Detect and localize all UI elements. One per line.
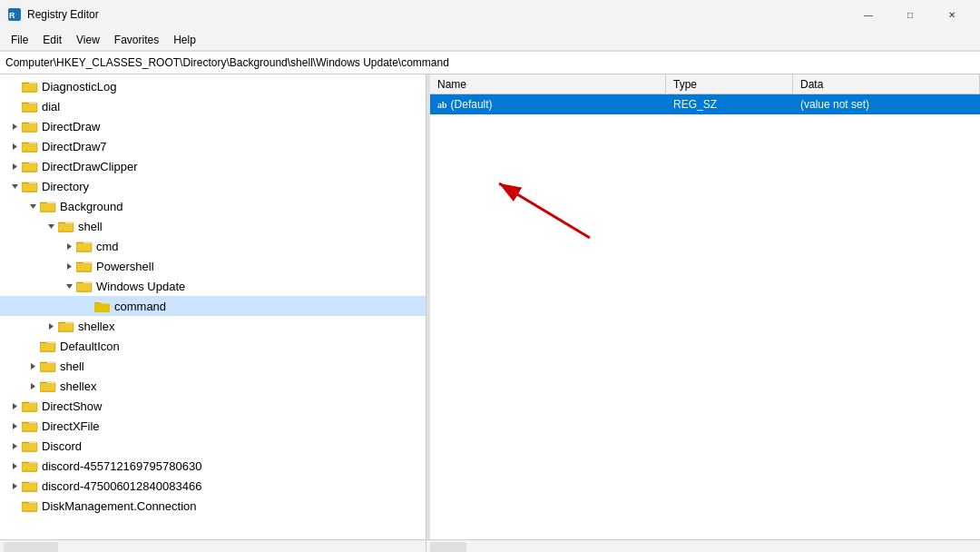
- svg-marker-82: [13, 423, 17, 429]
- tree-item[interactable]: command: [0, 296, 426, 316]
- svg-rect-95: [22, 463, 37, 471]
- folder-icon: [22, 100, 38, 113]
- bottom-scrollbar: [0, 539, 980, 552]
- svg-rect-61: [58, 323, 74, 331]
- svg-rect-48: [76, 263, 92, 271]
- tree-item[interactable]: discord-475006012840083466: [0, 476, 426, 496]
- tree-item[interactable]: DirectXFile: [0, 416, 426, 436]
- window-title: Registry Editor: [27, 8, 848, 21]
- folder-icon: [58, 220, 74, 232]
- svg-marker-92: [13, 463, 17, 469]
- tree-toggle[interactable]: [62, 242, 76, 251]
- folder-icon: [22, 459, 38, 472]
- svg-rect-33: [40, 203, 55, 212]
- svg-rect-23: [22, 163, 37, 172]
- tree-toggle[interactable]: [7, 442, 22, 450]
- tree-toggle[interactable]: [7, 123, 22, 131]
- tree-item[interactable]: shellex: [0, 376, 426, 396]
- tree-toggle[interactable]: [7, 143, 22, 151]
- tree-item[interactable]: DirectDraw7: [0, 136, 426, 156]
- svg-marker-45: [67, 263, 72, 270]
- tree-item[interactable]: Directory: [0, 176, 426, 196]
- svg-marker-77: [13, 403, 17, 409]
- tree-toggle[interactable]: [25, 362, 40, 370]
- svg-marker-58: [49, 323, 54, 330]
- tree-item[interactable]: shell: [0, 356, 426, 376]
- tree-item-label: shell: [60, 360, 84, 373]
- tree-item[interactable]: cmd: [0, 236, 426, 256]
- tree-toggle[interactable]: [44, 222, 58, 231]
- tree-item-label: dial: [42, 100, 60, 113]
- tree-toggle[interactable]: [7, 422, 22, 430]
- tree-toggle[interactable]: [62, 262, 76, 271]
- folder-icon: [22, 180, 38, 192]
- tree-item[interactable]: dial: [0, 96, 426, 116]
- left-scrollbar[interactable]: [0, 540, 426, 552]
- tree-toggle[interactable]: [25, 202, 40, 211]
- svg-marker-15: [13, 143, 17, 150]
- tree-item[interactable]: Background: [0, 196, 426, 216]
- tree-item[interactable]: discord-455712169795780630: [0, 456, 426, 476]
- tree-item[interactable]: DiagnosticLog: [0, 76, 426, 96]
- tree-item-label: Directory: [42, 180, 89, 193]
- tree-item[interactable]: DiskManagement.Connection: [0, 496, 426, 516]
- menu-bar: FileEditViewFavoritesHelp: [0, 29, 980, 51]
- minimize-button[interactable]: —: [848, 0, 889, 29]
- tree-pane[interactable]: DiagnosticLog dial DirectDraw DirectDraw…: [0, 74, 426, 539]
- folder-icon: [40, 200, 56, 212]
- tree-item-label: shellex: [60, 380, 96, 393]
- svg-text:R: R: [9, 11, 15, 20]
- menu-item-edit[interactable]: Edit: [35, 32, 69, 48]
- tree-item[interactable]: Powershell: [0, 256, 426, 276]
- tree-item[interactable]: Windows Update: [0, 276, 426, 296]
- tree-item-label: command: [114, 300, 166, 313]
- tree-toggle[interactable]: [7, 182, 22, 191]
- tree-item[interactable]: DirectDraw: [0, 116, 426, 136]
- tree-item-label: DirectDraw: [42, 120, 100, 133]
- tree-toggle[interactable]: [7, 482, 22, 490]
- svg-rect-38: [58, 223, 74, 232]
- tree-toggle[interactable]: [62, 282, 76, 291]
- svg-rect-85: [22, 423, 37, 431]
- tree-item-label: shellex: [78, 320, 114, 333]
- menu-item-view[interactable]: View: [69, 32, 107, 48]
- tree-toggle[interactable]: [25, 382, 40, 390]
- svg-marker-87: [13, 443, 17, 449]
- app-icon: R: [7, 7, 22, 22]
- menu-item-help[interactable]: Help: [166, 32, 203, 48]
- tree-toggle[interactable]: [7, 402, 22, 410]
- close-button[interactable]: ✕: [931, 0, 973, 29]
- tree-item[interactable]: shellex: [0, 316, 426, 336]
- folder-icon: [22, 439, 38, 452]
- svg-rect-100: [22, 483, 37, 491]
- svg-rect-75: [40, 383, 55, 391]
- tree-item[interactable]: DirectShow: [0, 396, 426, 416]
- folder-icon: [22, 160, 38, 172]
- folder-icon: [40, 380, 56, 392]
- tree-item[interactable]: DefaultIcon: [0, 336, 426, 356]
- col-header-name: Name: [430, 74, 666, 94]
- folder-icon: [76, 280, 93, 292]
- menu-item-favorites[interactable]: Favorites: [107, 32, 166, 48]
- folder-icon: [94, 300, 111, 312]
- svg-rect-43: [76, 243, 92, 251]
- tree-item[interactable]: Discord: [0, 436, 426, 456]
- tree-toggle[interactable]: [44, 322, 58, 330]
- menu-item-file[interactable]: File: [4, 32, 35, 48]
- svg-marker-97: [13, 483, 17, 489]
- svg-rect-53: [76, 283, 92, 291]
- maximize-button[interactable]: □: [889, 0, 931, 29]
- svg-rect-90: [22, 443, 37, 451]
- svg-rect-13: [22, 123, 37, 132]
- right-scrollbar[interactable]: [426, 540, 980, 552]
- tree-item[interactable]: DirectDrawClipper: [0, 156, 426, 176]
- svg-marker-40: [67, 243, 72, 250]
- value-row[interactable]: ab(Default)REG_SZ(value not set): [430, 94, 980, 114]
- tree-item-label: discord-475006012840083466: [42, 479, 201, 493]
- svg-rect-18: [22, 143, 37, 152]
- tree-toggle[interactable]: [7, 163, 22, 171]
- tree-item[interactable]: shell: [0, 216, 426, 236]
- tree-toggle[interactable]: [7, 462, 22, 470]
- value-rows: ab(Default)REG_SZ(value not set): [430, 94, 980, 114]
- folder-icon: [22, 499, 38, 512]
